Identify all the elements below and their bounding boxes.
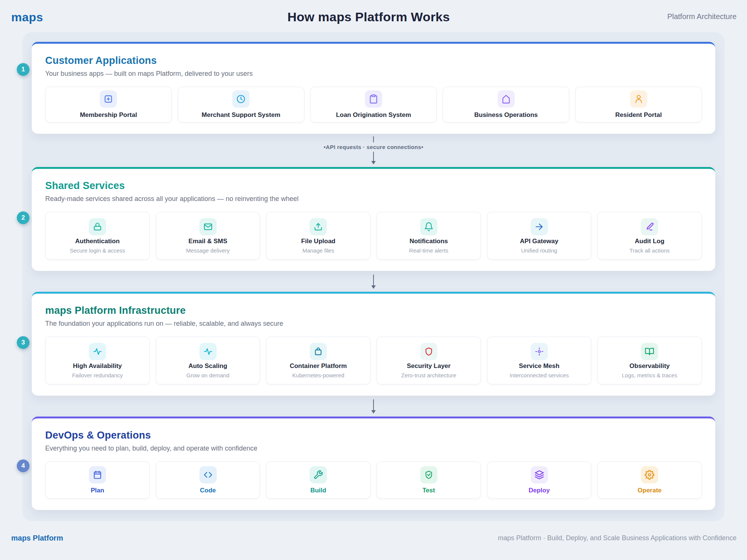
container-icon: [310, 343, 327, 360]
app-cards-row: Membership Portal Merchant Support Syste…: [45, 87, 702, 123]
card-container-platform: Container Platform Kubernetes-powered: [266, 337, 371, 384]
user-icon: [630, 90, 647, 108]
card-title: Resident Portal: [615, 111, 662, 119]
footer-tagline: maps Platform · Build, Deploy, and Scale…: [498, 534, 737, 542]
card-membership-portal: Membership Portal: [45, 87, 172, 123]
mail-icon: [199, 218, 217, 235]
card-title: Audit Log: [635, 238, 664, 245]
card-title: Notifications: [409, 238, 448, 245]
down-arrow-icon: [371, 151, 376, 165]
clipboard-icon: [365, 90, 382, 108]
card-title: Auto Scaling: [189, 362, 227, 370]
connector-arrow: [32, 271, 715, 292]
wrench-icon: [310, 466, 327, 483]
section-title: Customer Applications: [45, 55, 702, 66]
card-title: Business Operations: [474, 111, 538, 119]
card-title: Email & SMS: [189, 238, 227, 245]
section-subtitle: Ready-made services shared across all yo…: [45, 195, 702, 203]
card-loan-origination-system: Loan Origination System: [310, 87, 437, 123]
card-build: Build: [266, 461, 371, 499]
card-subtitle: Kubernetes-powered: [292, 372, 344, 378]
card-subtitle: Message delivery: [186, 247, 230, 254]
footer-brand: maps Platform: [11, 534, 63, 542]
step-badge-3: 3: [17, 336, 30, 349]
card-title: Authentication: [75, 238, 120, 245]
card-title: Merchant Support System: [202, 111, 280, 119]
card-title: Plan: [91, 487, 104, 494]
card-subtitle: Secure login & access: [70, 247, 125, 254]
connector-label: •API requests · secure connections•: [324, 144, 424, 150]
card-notifications: Notifications Real-time alerts: [376, 212, 481, 260]
card-title: File Upload: [301, 238, 335, 245]
section-title: Shared Services: [45, 180, 702, 192]
plus-square-icon: [100, 90, 117, 108]
card-service-mesh: Service Mesh Interconnected services: [487, 337, 592, 384]
page-title: How maps Platform Works: [288, 10, 450, 24]
activity-icon: [89, 343, 106, 360]
card-subtitle: Interconnected services: [509, 372, 568, 378]
arrow-right-icon: [531, 218, 548, 235]
step-badge-2: 2: [17, 211, 30, 224]
card-observability: Observability Logs, metrics & traces: [597, 337, 702, 384]
section-platform-infrastructure: 3 maps Platform Infrastructure The found…: [32, 292, 715, 396]
pipeline-cards-row: Plan Code Build Test: [45, 461, 702, 499]
header-right-label: Platform Architecture: [667, 12, 737, 21]
card-security-layer: Security Layer Zero-trust architecture: [376, 337, 481, 384]
card-subtitle: Manage files: [303, 247, 334, 254]
footer: maps Platform maps Platform · Build, Dep…: [0, 521, 747, 542]
card-subtitle: Zero-trust architecture: [401, 372, 456, 378]
section-devops-operations: 4 DevOps & Operations Everything you nee…: [32, 417, 715, 510]
shield-check-icon: [420, 466, 437, 483]
card-business-operations: Business Operations: [443, 87, 569, 123]
card-file-upload: File Upload Manage files: [266, 212, 371, 260]
card-subtitle: Unified routing: [521, 247, 557, 254]
card-title: API Gateway: [520, 238, 558, 245]
card-subtitle: Grow on demand: [186, 372, 229, 378]
card-subtitle: Failover redundancy: [72, 372, 123, 378]
pen-icon: [641, 218, 658, 235]
card-plan: Plan: [45, 461, 150, 499]
card-title: Membership Portal: [80, 111, 137, 119]
card-title: Container Platform: [290, 362, 347, 370]
top-bar: maps How maps Platform Works Platform Ar…: [0, 0, 747, 32]
card-operate: Operate: [597, 461, 702, 499]
card-subtitle: Logs, metrics & traces: [622, 372, 677, 378]
service-cards-row: Authentication Secure login & access Ema…: [45, 212, 702, 260]
card-title: Test: [422, 487, 435, 494]
home-icon: [498, 90, 515, 108]
card-subtitle: Real-time alerts: [409, 247, 448, 254]
card-api-gateway: API Gateway Unified routing: [487, 212, 592, 260]
card-authentication: Authentication Secure login & access: [45, 212, 150, 260]
card-subtitle: Track all actions: [629, 247, 670, 254]
card-resident-portal: Resident Portal: [575, 87, 702, 123]
section-subtitle: Everything you need to plan, build, depl…: [45, 445, 702, 452]
down-arrow-icon: [371, 273, 376, 290]
card-title: Service Mesh: [519, 362, 560, 370]
section-title: maps Platform Infrastructure: [45, 305, 702, 316]
card-title: Loan Origination System: [336, 111, 411, 119]
card-title: Code: [200, 487, 216, 494]
brand-logo: maps: [11, 10, 43, 24]
lock-icon: [89, 218, 106, 235]
mesh-icon: [531, 343, 548, 360]
step-badge-4: 4: [17, 460, 30, 472]
upload-icon: [310, 218, 327, 235]
card-title: Security Layer: [407, 362, 450, 370]
section-shared-services: 2 Shared Services Ready-made services sh…: [32, 167, 715, 271]
section-title: DevOps & Operations: [45, 430, 702, 441]
infrastructure-cards-row: High Availability Failover redundancy Au…: [45, 337, 702, 384]
card-high-availability: High Availability Failover redundancy: [45, 337, 150, 384]
diagram-panel: 1 Customer Applications Your business ap…: [22, 32, 725, 521]
calendar-icon: [89, 466, 106, 483]
section-subtitle: The foundation your applications run on …: [45, 320, 702, 328]
book-open-icon: [641, 343, 658, 360]
connector-arrow: [32, 396, 715, 417]
card-email-sms: Email & SMS Message delivery: [156, 212, 260, 260]
clock-icon: [232, 90, 249, 108]
card-merchant-support-system: Merchant Support System: [178, 87, 304, 123]
card-title: Operate: [638, 487, 661, 494]
card-deploy: Deploy: [487, 461, 592, 499]
section-customer-applications: 1 Customer Applications Your business ap…: [32, 42, 715, 134]
connector-api-requests: •API requests · secure connections•: [32, 134, 715, 167]
connector-line: [371, 136, 376, 143]
